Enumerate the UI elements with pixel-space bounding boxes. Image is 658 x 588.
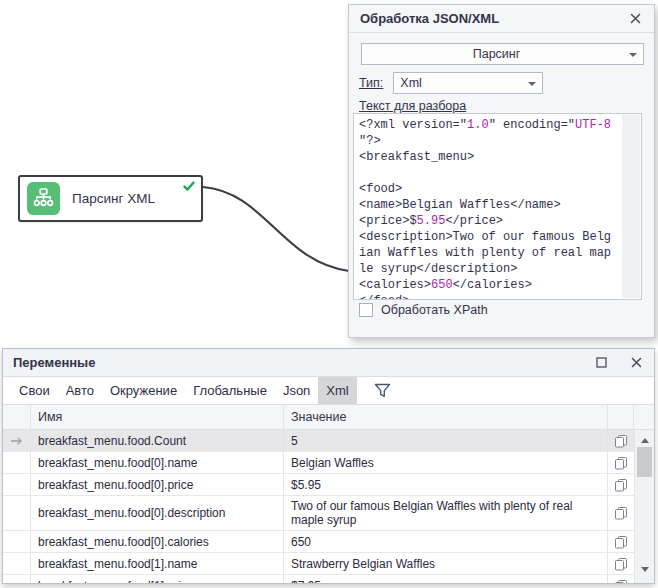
xml-code-line: <food> (359, 181, 641, 197)
action-select-value: Парсинг (473, 47, 521, 61)
variable-value[interactable]: Two of our famous Belgian Waffles with p… (284, 496, 608, 530)
xml-code-line: "?> (359, 133, 641, 149)
close-icon[interactable] (628, 11, 643, 26)
xml-source-editor[interactable]: <?xml version="1.0" encoding="UTF-8"?><b… (353, 113, 642, 300)
copy-icon[interactable] (608, 553, 634, 574)
row-gutter (3, 531, 31, 552)
variable-row[interactable]: breakfast_menu.food[0].calories650 (3, 531, 636, 553)
value-column-header[interactable]: Значение (284, 405, 608, 429)
current-row-arrow-icon (3, 430, 31, 451)
xml-code-line: <description>Two of our famous Belg (359, 229, 641, 245)
tab-свои[interactable]: Свои (11, 377, 58, 404)
variables-tab-bar: СвоиАвтоОкружениеГлобальныеJsonXml (3, 377, 654, 404)
variable-name[interactable]: breakfast_menu.food[0].name (31, 452, 284, 473)
tab-авто[interactable]: Авто (58, 377, 102, 404)
variable-row[interactable]: breakfast_menu.food[0].nameBelgian Waffl… (3, 452, 636, 474)
xpath-option-row: Обработать XPath (359, 303, 488, 317)
success-check-icon (183, 181, 195, 192)
variable-name[interactable]: breakfast_menu.food[0].description (31, 496, 284, 530)
tab-глобальные[interactable]: Глобальные (185, 377, 275, 404)
scroll-up-icon[interactable] (635, 432, 654, 448)
xml-code-line: le syrup</description> (359, 261, 641, 277)
xpath-checkbox[interactable] (359, 303, 373, 317)
type-select-value: Xml (400, 76, 422, 90)
chevron-down-icon (528, 82, 536, 86)
row-gutter (3, 474, 31, 495)
copy-icon[interactable] (608, 452, 634, 473)
xml-code-line: <?xml version="1.0" encoding="UTF-8 (359, 117, 641, 133)
xml-code-line: <calories>650</calories> (359, 277, 641, 293)
variable-row[interactable]: breakfast_menu.food[1].price$7.95 (3, 575, 636, 583)
xpath-checkbox-label: Обработать XPath (381, 303, 488, 317)
variable-name[interactable]: breakfast_menu.food[1].price (31, 575, 284, 583)
tab-json[interactable]: Json (275, 377, 318, 404)
scroll-down-icon[interactable] (635, 561, 654, 577)
row-gutter (3, 452, 31, 473)
parse-text-label: Текст для разбора (359, 99, 466, 113)
variable-value[interactable]: Belgian Waffles (284, 452, 608, 473)
sitemap-icon (27, 182, 60, 215)
type-select[interactable]: Xml (393, 72, 543, 94)
gutter-header-cell (3, 405, 31, 429)
variables-panel-title: Переменные (13, 355, 574, 370)
xml-code-line: <breakfast_menu> (359, 149, 641, 165)
scrollbar-thumb[interactable] (637, 447, 652, 477)
variables-table-body: breakfast_menu.food.Count5breakfast_menu… (3, 430, 654, 583)
copy-icon[interactable] (608, 575, 634, 583)
properties-panel-title: Обработка JSON/XML (360, 11, 628, 26)
variable-name[interactable]: breakfast_menu.food.Count (31, 430, 284, 451)
variable-row[interactable]: breakfast_menu.food.Count5 (3, 430, 636, 452)
xml-code-line: </food> (359, 293, 641, 300)
row-gutter (3, 553, 31, 574)
tab-окружение[interactable]: Окружение (102, 377, 185, 404)
node-label: Парсинг XML (72, 191, 155, 206)
workflow-canvas[interactable]: Парсинг XML Обработка JSON/XML Парсинг Т… (0, 0, 658, 588)
variables-table-header: Имя Значение (3, 404, 654, 430)
copy-column-header (608, 405, 634, 429)
variable-value[interactable]: $5.95 (284, 474, 608, 495)
row-gutter (3, 575, 31, 583)
variables-panel: Переменные СвоиАвтоОкружениеГлобальныеJs… (2, 348, 655, 584)
variable-row[interactable]: breakfast_menu.food[0].descriptionTwo of… (3, 496, 636, 531)
variable-name[interactable]: breakfast_menu.food[0].price (31, 474, 284, 495)
properties-panel-header: Обработка JSON/XML (349, 5, 654, 33)
row-gutter (3, 496, 31, 530)
xml-code-line (359, 165, 641, 181)
copy-icon[interactable] (608, 430, 634, 451)
action-select[interactable]: Парсинг (361, 43, 644, 65)
copy-icon[interactable] (608, 496, 634, 530)
variable-value[interactable]: 5 (284, 430, 608, 451)
copy-icon[interactable] (608, 474, 634, 495)
close-icon[interactable] (629, 355, 644, 370)
copy-icon[interactable] (608, 531, 634, 552)
filter-icon[interactable] (372, 381, 393, 400)
xml-source-text: <?xml version="1.0" encoding="UTF-8"?><b… (359, 117, 641, 300)
tab-xml[interactable]: Xml (318, 377, 356, 404)
xml-code-line: ian Waffles with plenty of real map (359, 245, 641, 261)
xml-code-line: <price>$5.95</price> (359, 213, 641, 229)
properties-panel: Обработка JSON/XML Парсинг Тип: Xml Текс… (348, 4, 655, 338)
variable-row[interactable]: breakfast_menu.food[1].nameStrawberry Be… (3, 553, 636, 575)
variable-name[interactable]: breakfast_menu.food[1].name (31, 553, 284, 574)
flow-node-parsing-xml[interactable]: Парсинг XML (18, 175, 203, 222)
table-scrollbar[interactable] (634, 430, 654, 583)
variable-value[interactable]: $7.95 (284, 575, 608, 583)
name-column-header[interactable]: Имя (31, 405, 284, 429)
editor-scrollbar[interactable] (622, 115, 640, 298)
variable-value[interactable]: 650 (284, 531, 608, 552)
type-label: Тип: (359, 76, 383, 90)
xml-code-line: <name>Belgian Waffles</name> (359, 197, 641, 213)
variable-value[interactable]: Strawberry Belgian Waffles (284, 553, 608, 574)
variable-name[interactable]: breakfast_menu.food[0].calories (31, 531, 284, 552)
chevron-down-icon (629, 53, 637, 57)
maximize-icon[interactable] (594, 355, 609, 370)
variable-row[interactable]: breakfast_menu.food[0].price$5.95 (3, 474, 636, 496)
variables-panel-header: Переменные (3, 349, 654, 377)
